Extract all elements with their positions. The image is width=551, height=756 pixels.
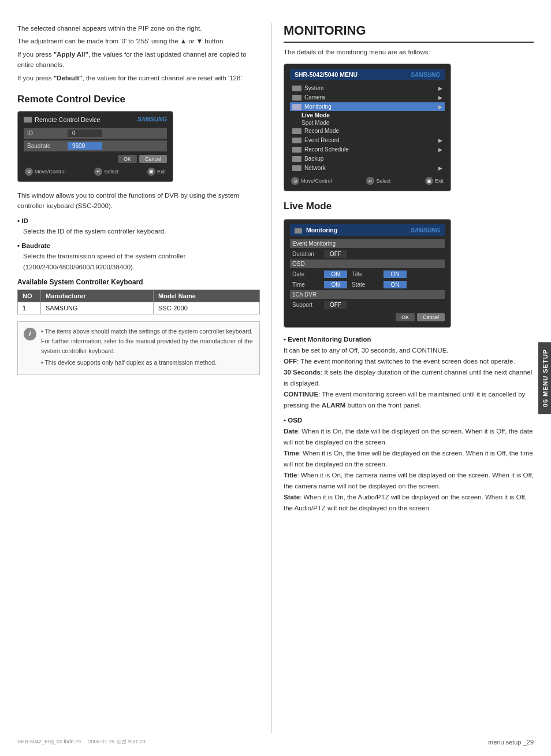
mon-cancel-button[interactable]: Cancel xyxy=(417,313,445,321)
mon-header: Monitoring SAMSUNG xyxy=(290,224,445,236)
record-schedule-label: Record Schedule xyxy=(304,146,438,153)
date-label: Date xyxy=(292,271,324,277)
right-column: MONITORING The details of the monitoring… xyxy=(271,23,534,733)
monitoring-label: Monitoring xyxy=(304,103,438,110)
intro-p2: The adjustment can be made from '0' to '… xyxy=(17,36,260,46)
osd-section: OSD xyxy=(290,260,445,268)
network-arrow: ▶ xyxy=(438,165,442,171)
backup-icon xyxy=(292,156,301,162)
avail-heading: Available System Controller Keyboard xyxy=(17,278,260,286)
state-label: State xyxy=(352,281,384,288)
event-monitoring-duration-heading: • Event Monitoring Duration xyxy=(284,336,534,343)
menu-ui-header: SHR-5042/5040 MENU SAMSUNG xyxy=(290,69,445,80)
device-nav-move: ⊙ Move/Control xyxy=(25,168,66,176)
device-nav-select: ↵ Select xyxy=(94,168,118,176)
table-row: 1 SAMSUNG SSC-2000 xyxy=(18,302,260,314)
intro-text: The selected channel appears within the … xyxy=(17,23,260,83)
device-ui-header: Remote Control Device SAMSUNG xyxy=(24,116,167,123)
osd-text: Date: When it is On, the date will be di… xyxy=(284,426,534,514)
device-nav-exit: ▣ Exit xyxy=(147,168,166,176)
note-box: i • The items above should match the set… xyxy=(17,321,260,375)
window-description: This window allows you to control the fu… xyxy=(17,190,260,212)
intro-p3: If you press "Apply All", the values for… xyxy=(17,49,260,71)
device-baudrate-value: 9600 xyxy=(68,142,102,150)
note-text: • The items above should match the setti… xyxy=(41,327,254,370)
left-column: The selected channel appears within the … xyxy=(17,23,271,733)
menu-row-record-schedule: Record Schedule ▶ xyxy=(290,145,445,154)
baudrate-section: • Baudrate Selects the transmission spee… xyxy=(17,242,260,272)
camera-icon xyxy=(292,95,301,101)
page-container: The selected channel appears within the … xyxy=(0,0,551,756)
table-header-manufacturer: Manufacturer xyxy=(41,290,154,302)
table-header-model: Model Name xyxy=(154,290,260,302)
duration-value: OFF xyxy=(324,250,347,258)
device-baudrate-label: Baudrate xyxy=(27,143,68,149)
title-label: Title xyxy=(352,271,384,277)
table-cell-model: SSC-2000 xyxy=(154,302,260,314)
remote-control-device-ui: Remote Control Device SAMSUNG ID 0 Baudr… xyxy=(17,111,173,182)
event-monitoring-duration-section: • Event Monitoring Duration It can be se… xyxy=(284,336,534,411)
title-value: ON xyxy=(384,270,407,278)
event-record-arrow: ▶ xyxy=(438,138,442,143)
event-record-label: Event Record xyxy=(304,137,438,143)
monitoring-ui-box: Monitoring SAMSUNG Event Monitoring Dura… xyxy=(284,219,451,328)
mon-title: Monitoring xyxy=(295,227,337,234)
camera-label: Camera xyxy=(304,94,438,101)
side-tab: 05 MENU SETUP xyxy=(538,342,551,414)
menu-exit-icon: ▣ xyxy=(425,177,433,185)
device-footer: ⊙ Move/Control ↵ Select ▣ Exit xyxy=(24,168,167,176)
menu-ui-title: SHR-5042/5040 MENU xyxy=(295,71,358,78)
file-info: SHR-5042_Eng_02.indd 29 xyxy=(17,739,81,744)
mon-logo: SAMSUNG xyxy=(411,227,440,234)
system-icon xyxy=(292,86,301,91)
menu-select-icon: ↵ xyxy=(366,177,374,185)
event-monitoring-section: Event Monitoring xyxy=(290,239,445,248)
menu-row-network: Network ▶ xyxy=(290,164,445,172)
menu-row-record-mode: Record Mode xyxy=(290,127,445,135)
submenu-live-mode: Live Mode xyxy=(301,112,445,119)
record-schedule-icon xyxy=(292,147,301,153)
event-record-icon xyxy=(292,138,301,143)
menu-footer: ⊙ Move/Control ↵ Select ▣ Exit xyxy=(290,177,445,185)
record-schedule-arrow: ▶ xyxy=(438,147,442,153)
mon-ok-button[interactable]: OK xyxy=(396,313,415,321)
id-section: • ID Selects the ID of the system contro… xyxy=(17,217,260,236)
device-ok-cancel: OK Cancel xyxy=(24,155,167,163)
menu-nav-exit: ▣ Exit xyxy=(425,177,444,185)
menu-ui-logo: SAMSUNG xyxy=(411,72,440,78)
note-icon: i xyxy=(24,328,36,340)
device-cancel-button[interactable]: Cancel xyxy=(139,155,167,163)
menu-ui-box: SHR-5042/5040 MENU SAMSUNG System ▶ Came… xyxy=(284,64,451,191)
network-icon xyxy=(292,165,301,171)
monitoring-heading: MONITORING xyxy=(284,23,534,43)
intro-p4: If you press "Default", the values for t… xyxy=(17,73,260,83)
mon-row-support: Support OFF xyxy=(290,300,445,310)
system-label: System xyxy=(304,85,438,91)
camera-arrow: ▶ xyxy=(438,95,442,101)
page-footer-left: SHR-5042_Eng_02.indd 29 2008-01-25 오전 9:… xyxy=(17,738,146,746)
record-mode-label: Record Mode xyxy=(304,128,442,134)
osd-section-desc: • OSD Date: When it is On, the date will… xyxy=(284,417,534,514)
mon-row-duration: Duration OFF xyxy=(290,249,445,259)
menu-row-camera: Camera ▶ xyxy=(290,93,445,102)
device-row-baudrate: Baudrate 9600 xyxy=(24,140,167,151)
menu-nav-select: ↵ Select xyxy=(366,177,390,185)
menu-row-system: System ▶ xyxy=(290,84,445,92)
menu-row-backup: Backup xyxy=(290,154,445,163)
id-heading: • ID xyxy=(17,217,260,224)
network-label: Network xyxy=(304,165,438,171)
note-bullet-2: • This device supports only half duplex … xyxy=(41,358,254,368)
device-ok-button[interactable]: OK xyxy=(118,155,137,163)
move-control-icon: ⊙ xyxy=(25,168,33,176)
device-id-value: 0 xyxy=(68,129,102,137)
device-id-label: ID xyxy=(27,130,68,136)
support-label: Support xyxy=(292,302,324,308)
live-mode-heading: Live Mode xyxy=(284,201,534,212)
keyboard-table: NO Manufacturer Model Name 1 SAMSUNG SSC… xyxy=(17,290,260,314)
system-arrow: ▶ xyxy=(438,86,442,91)
backup-label: Backup xyxy=(304,155,442,162)
monitoring-arrow: ▶ xyxy=(438,104,442,110)
monitoring-submenu: Live Mode Spot Mode xyxy=(290,112,445,127)
table-header-no: NO xyxy=(18,290,41,302)
monitoring-intro: The details of the monitoring menu are a… xyxy=(284,49,534,55)
